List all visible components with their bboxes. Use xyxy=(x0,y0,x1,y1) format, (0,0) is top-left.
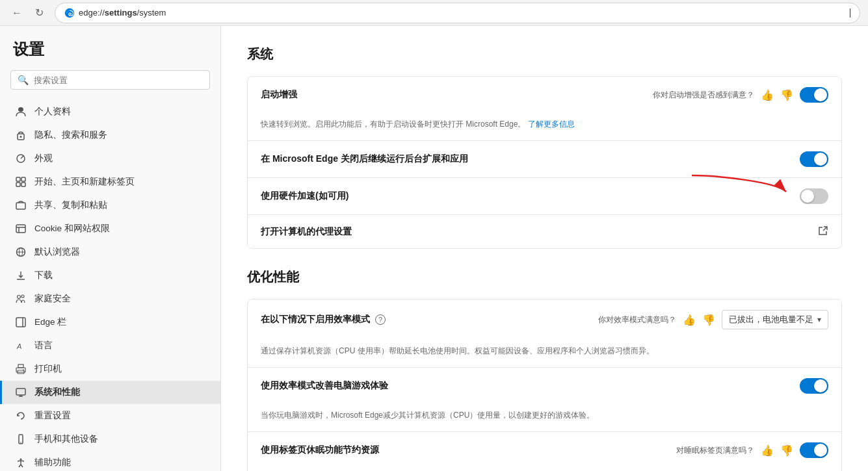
startup-boost-link[interactable]: 了解更多信息 xyxy=(528,120,575,129)
edge-logo-icon xyxy=(64,8,75,18)
proxy-label: 打开计算机的代理设置 xyxy=(261,226,352,238)
svg-point-17 xyxy=(18,296,21,299)
appearance-label: 外观 xyxy=(34,153,53,164)
sidebar-item-appearance[interactable]: 外观 xyxy=(0,147,220,170)
svg-rect-6 xyxy=(21,177,25,181)
system-section-title: 系统 xyxy=(247,45,842,63)
startup-boost-toggle[interactable] xyxy=(800,87,828,103)
game-mode-header: 使用效率模式改善电脑游戏体验 xyxy=(261,378,828,394)
svg-rect-8 xyxy=(21,183,25,186)
startup-boost-toggle-thumb xyxy=(814,88,827,101)
cookies-label: Cookie 和网站权限 xyxy=(34,223,110,235)
background-run-toggle[interactable] xyxy=(800,151,828,167)
sleeping-tabs-thumbdown-icon[interactable]: 👎 xyxy=(780,444,793,457)
svg-text:A: A xyxy=(16,342,21,350)
search-input[interactable] xyxy=(34,75,203,85)
efficiency-mode-label: 在以下情况下启用效率模式 xyxy=(261,314,370,325)
refresh-button[interactable]: ↻ xyxy=(30,4,48,22)
browser-chrome: ← ↻ edge://settings/system xyxy=(0,0,868,26)
efficiency-mode-desc: 通过保存计算机资源（CPU 使用率）帮助延长电池使用时间。权益可能因设备、应用程… xyxy=(261,345,654,357)
sidebar-title: 设置 xyxy=(0,39,220,70)
sidebar: 设置 🔍 个人资料 隐私、搜索和服务 外观 xyxy=(0,26,221,471)
family-label: 家庭安全 xyxy=(34,293,71,305)
svg-point-3 xyxy=(20,136,22,138)
mobile-label: 手机和其他设备 xyxy=(34,433,98,445)
thumbdown-icon[interactable]: 👎 xyxy=(780,89,793,101)
search-box[interactable]: 🔍 xyxy=(10,70,210,90)
system-icon xyxy=(15,387,27,398)
sidebar-item-profile[interactable]: 个人资料 xyxy=(0,100,220,123)
content-area: 系统 启动增强 你对启动增强是否感到满意？ 👍 👎 快速转到浏 xyxy=(221,26,868,471)
address-bold: settings xyxy=(105,8,137,18)
sidebar-item-browser[interactable]: 默认浏览器 xyxy=(0,240,220,264)
background-run-label: 在 Microsoft Edge 关闭后继续运行后台扩展和应用 xyxy=(261,153,468,165)
svg-point-18 xyxy=(21,295,24,298)
efficiency-dropdown-value: 已拔出，电池电量不足 xyxy=(729,314,813,325)
svg-rect-23 xyxy=(18,364,23,368)
back-button[interactable]: ← xyxy=(8,4,26,22)
efficiency-thumbup-icon[interactable]: 👍 xyxy=(683,314,696,326)
reset-label: 重置设置 xyxy=(34,410,71,422)
sidebar-item-share[interactable]: 共享、复制和粘贴 xyxy=(0,194,220,217)
background-run-toggle-thumb xyxy=(814,153,827,166)
sleeping-tabs-header: 使用标签页休眠功能节约资源 对睡眠标签页满意吗？ 👍 👎 xyxy=(261,442,828,458)
browser-label: 默认浏览器 xyxy=(34,246,80,258)
share-label: 共享、复制和粘贴 xyxy=(34,199,107,211)
game-mode-toggle[interactable] xyxy=(800,378,828,394)
sidebar-item-printer[interactable]: 打印机 xyxy=(0,357,220,381)
svg-rect-26 xyxy=(16,388,25,395)
share-icon xyxy=(15,199,27,211)
search-icon: 🔍 xyxy=(18,75,29,85)
startpage-icon xyxy=(15,176,27,188)
profile-icon xyxy=(15,106,27,118)
profile-label: 个人资料 xyxy=(34,106,71,118)
efficiency-mode-label-wrap: 在以下情况下启用效率模式 ? xyxy=(261,314,386,325)
sleeping-tabs-thumbup-icon[interactable]: 👍 xyxy=(761,444,774,457)
sleeping-tabs-toggle[interactable] xyxy=(800,442,828,458)
help-icon[interactable]: ? xyxy=(375,314,386,325)
edgebar-label: Edge 栏 xyxy=(34,316,66,328)
sleeping-tabs-toggle-thumb xyxy=(814,444,827,457)
hardware-accel-toggle[interactable] xyxy=(800,188,828,204)
sidebar-item-downloads[interactable]: 下载 xyxy=(0,264,220,287)
startup-boost-desc: 快速转到浏览。启用此功能后，有助于启动设备时更快打开 Microsoft Edg… xyxy=(261,118,575,130)
performance-settings-card: 在以下情况下启用效率模式 ? 你对效率模式满意吗？ 👍 👎 已拔出，电池电量不足… xyxy=(247,299,842,471)
external-link-icon[interactable] xyxy=(818,225,828,238)
address-text: edge://settings/system xyxy=(79,8,845,18)
sidebar-item-startpage[interactable]: 开始、主页和新建标签页 xyxy=(0,170,220,194)
dropdown-arrow-icon: ▾ xyxy=(817,315,821,324)
game-mode-label: 使用效率模式改善电脑游戏体验 xyxy=(261,380,388,392)
downloads-icon xyxy=(15,270,27,281)
thumbup-icon[interactable]: 👍 xyxy=(761,89,774,101)
svg-rect-10 xyxy=(16,225,25,233)
sidebar-item-cookies[interactable]: Cookie 和网站权限 xyxy=(0,217,220,240)
sidebar-item-accessibility[interactable]: 辅助功能 xyxy=(0,451,220,471)
startup-boost-question: 你对启动增强是否感到满意？ xyxy=(653,90,754,101)
sidebar-item-family[interactable]: 家庭安全 xyxy=(0,287,220,311)
address-bar[interactable]: edge://settings/system xyxy=(55,3,860,23)
game-mode-toggle-thumb xyxy=(814,379,827,392)
family-icon xyxy=(15,293,27,305)
efficiency-feedback-question: 你对效率模式满意吗？ xyxy=(598,314,676,325)
startpage-label: 开始、主页和新建标签页 xyxy=(34,176,135,188)
sidebar-item-mobile[interactable]: 手机和其他设备 xyxy=(0,427,220,451)
efficiency-thumbdown-icon[interactable]: 👎 xyxy=(702,314,715,326)
startup-boost-right: 你对启动增强是否感到满意？ 👍 👎 xyxy=(653,87,828,103)
privacy-icon xyxy=(15,129,27,141)
sleeping-tabs-label: 使用标签页休眠功能节约资源 xyxy=(261,444,379,456)
hardware-accel-toggle-thumb xyxy=(801,190,814,203)
efficiency-dropdown[interactable]: 已拔出，电池电量不足 ▾ xyxy=(722,310,828,329)
sidebar-item-language[interactable]: A 语言 xyxy=(0,334,220,357)
privacy-label: 隐私、搜索和服务 xyxy=(34,129,107,141)
language-icon: A xyxy=(15,340,27,351)
sidebar-item-reset[interactable]: 重置设置 xyxy=(0,404,220,427)
svg-rect-7 xyxy=(16,183,20,186)
cookies-icon xyxy=(15,223,27,235)
system-settings-card: 启动增强 你对启动增强是否感到满意？ 👍 👎 快速转到浏览。启用此功能后，有助于… xyxy=(247,76,842,249)
sidebar-item-privacy[interactable]: 隐私、搜索和服务 xyxy=(0,123,220,147)
sidebar-item-edgebar[interactable]: Edge 栏 xyxy=(0,311,220,334)
reset-icon xyxy=(15,410,27,422)
sidebar-item-system[interactable]: 系统和性能 xyxy=(0,381,220,404)
sleeping-tabs-row: 使用标签页休眠功能节约资源 对睡眠标签页满意吗？ 👍 👎 启用此选项后，不活动的… xyxy=(248,432,841,471)
hardware-accel-right xyxy=(800,188,828,204)
